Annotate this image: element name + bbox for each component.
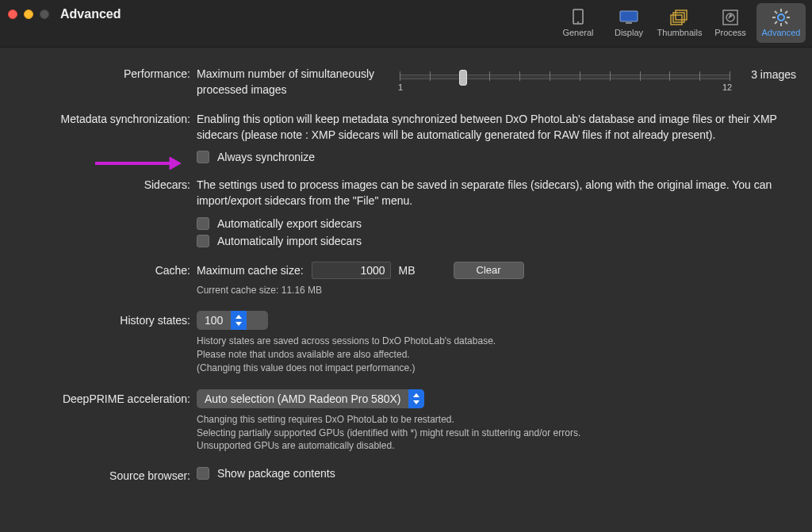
svg-marker-19 bbox=[236, 322, 242, 326]
tab-label: Process bbox=[714, 28, 746, 37]
svg-line-14 bbox=[775, 11, 777, 13]
svg-rect-3 bbox=[626, 22, 632, 24]
general-icon bbox=[568, 9, 588, 26]
chevron-updown-icon bbox=[231, 311, 247, 330]
tab-general[interactable]: General bbox=[553, 3, 603, 43]
cache-row: Cache: Maximum cache size: MB Clear Curr… bbox=[16, 262, 796, 297]
performance-slider[interactable]: 1 12 bbox=[393, 67, 737, 92]
display-icon bbox=[619, 9, 639, 26]
deepprime-note-1: Changing this setting requires DxO Photo… bbox=[197, 413, 796, 427]
advanced-settings-pane: Performance: Maximum number of simultane… bbox=[0, 48, 812, 482]
sidecars-description: The settings used to process images can … bbox=[197, 178, 796, 209]
always-sync-checkbox[interactable] bbox=[197, 151, 209, 163]
thumbnails-icon bbox=[669, 9, 690, 26]
slider-thumb[interactable] bbox=[459, 70, 467, 86]
deepprime-label: DeepPRIME acceleration: bbox=[16, 392, 190, 405]
history-row: History states: 100 History states are s… bbox=[16, 311, 796, 374]
deepprime-note-3: Unsupported GPUs are automatically disab… bbox=[197, 439, 796, 453]
cache-label: Cache: bbox=[16, 264, 190, 277]
tab-label: Thumbnails bbox=[657, 28, 703, 37]
max-cache-label: Maximum cache size: bbox=[197, 264, 304, 277]
close-window-button[interactable] bbox=[8, 10, 17, 19]
window-title: Advanced bbox=[60, 7, 121, 21]
svg-line-17 bbox=[785, 11, 787, 13]
zoom-window-button[interactable] bbox=[40, 10, 49, 19]
svg-marker-20 bbox=[413, 393, 419, 397]
slider-min-label: 1 bbox=[398, 82, 403, 92]
svg-line-16 bbox=[775, 21, 777, 24]
performance-description: Maximum number of simultaneously process… bbox=[197, 67, 379, 98]
tab-advanced[interactable]: Advanced bbox=[756, 3, 806, 43]
performance-readout: 3 images bbox=[751, 67, 796, 81]
always-sync-label: Always synchronize bbox=[217, 151, 315, 163]
metadata-row: Metadata synchronization: Enabling this … bbox=[16, 112, 796, 163]
titlebar: Advanced General Display Thumbnails bbox=[0, 0, 812, 48]
svg-rect-2 bbox=[620, 11, 638, 21]
history-states-select[interactable]: 100 bbox=[197, 311, 268, 330]
svg-marker-18 bbox=[236, 315, 242, 319]
svg-rect-5 bbox=[673, 13, 684, 22]
minimize-window-button[interactable] bbox=[24, 10, 33, 19]
export-sidecars-checkbox[interactable] bbox=[197, 217, 209, 230]
clear-cache-button[interactable]: Clear bbox=[454, 262, 524, 279]
history-note-2: Please note that undos available are als… bbox=[197, 348, 796, 362]
history-note-1: History states are saved across sessions… bbox=[197, 335, 796, 348]
sidecars-row: Sidecars: The settings used to process i… bbox=[16, 178, 796, 247]
tab-label: Advanced bbox=[762, 28, 801, 37]
history-note-3: (Changing this value does not impact per… bbox=[197, 362, 796, 375]
tab-label: Display bbox=[615, 28, 643, 37]
max-cache-input[interactable] bbox=[312, 262, 391, 279]
tab-process[interactable]: Process bbox=[706, 3, 755, 43]
source-browser-label: Source browser: bbox=[16, 469, 190, 482]
performance-label: Performance: bbox=[16, 67, 190, 80]
show-package-contents-label: Show package contents bbox=[217, 467, 335, 480]
export-sidecars-label: Automatically export sidecars bbox=[217, 217, 362, 230]
svg-point-9 bbox=[778, 14, 784, 21]
cache-unit: MB bbox=[399, 264, 416, 277]
performance-row: Performance: Maximum number of simultane… bbox=[16, 67, 796, 98]
chevron-updown-icon bbox=[408, 389, 424, 408]
window-controls bbox=[8, 10, 49, 19]
deepprime-row: DeepPRIME acceleration: Auto selection (… bbox=[16, 389, 796, 453]
metadata-description: Enabling this option will keep metadata … bbox=[197, 112, 796, 143]
import-sidecars-checkbox[interactable] bbox=[197, 235, 209, 247]
preferences-toolbar: General Display Thumbnails Process bbox=[553, 3, 806, 43]
source-browser-row: Source browser: Show package contents bbox=[16, 467, 796, 482]
current-cache-size: Current cache size: 11.16 MB bbox=[197, 284, 796, 297]
svg-point-1 bbox=[577, 21, 579, 23]
process-icon bbox=[720, 9, 741, 26]
gear-icon bbox=[771, 9, 791, 26]
show-package-contents-checkbox[interactable] bbox=[197, 467, 209, 480]
deepprime-note-2: Selecting partially supported GPUs (iden… bbox=[197, 427, 796, 440]
deepprime-select[interactable]: Auto selection (AMD Radeon Pro 580X) bbox=[197, 389, 424, 408]
tab-label: General bbox=[562, 28, 593, 37]
svg-line-15 bbox=[785, 21, 787, 24]
history-states-value: 100 bbox=[197, 314, 231, 327]
import-sidecars-label: Automatically import sidecars bbox=[217, 235, 362, 247]
history-label: History states: bbox=[16, 314, 190, 327]
svg-marker-21 bbox=[413, 400, 419, 404]
tab-thumbnails[interactable]: Thumbnails bbox=[655, 3, 704, 43]
tab-display[interactable]: Display bbox=[604, 3, 653, 43]
sidecars-label: Sidecars: bbox=[16, 178, 190, 191]
deepprime-value: Auto selection (AMD Radeon Pro 580X) bbox=[197, 392, 408, 405]
slider-max-label: 12 bbox=[722, 82, 732, 92]
metadata-label: Metadata synchronization: bbox=[16, 113, 190, 125]
